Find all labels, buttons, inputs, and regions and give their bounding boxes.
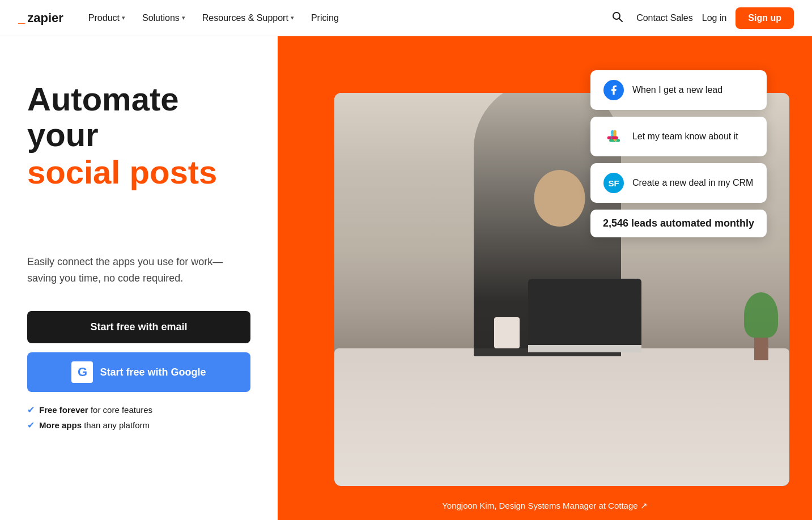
card-2-text: Let my team know about it	[632, 131, 738, 142]
chevron-down-icon: ▾	[122, 14, 125, 22]
check-icon: ✔	[27, 404, 35, 415]
navbar: _ zapier Product ▾ Solutions ▾ Resources…	[0, 0, 812, 36]
automation-card-1: When I get a new lead	[590, 70, 767, 110]
logo-mark: _	[18, 11, 25, 25]
svg-line-1	[619, 19, 622, 22]
facebook-icon	[603, 79, 624, 101]
nav-product[interactable]: Product ▾	[82, 8, 132, 28]
hero-right-panel: When I get a new lead Let	[278, 36, 812, 520]
perk-apps: ✔ More apps than any platform	[27, 420, 250, 431]
nav-solutions[interactable]: Solutions ▾	[135, 8, 192, 28]
nav-resources[interactable]: Resources & Support ▾	[195, 8, 301, 28]
search-button[interactable]	[607, 6, 627, 29]
logo[interactable]: _ zapier	[18, 11, 63, 25]
start-email-button[interactable]: Start free with email	[27, 311, 250, 343]
main-layout: Automate your social posts Easily connec…	[0, 36, 812, 520]
stats-card: 2,546 leads automated monthly	[590, 210, 767, 237]
nav-pricing[interactable]: Pricing	[304, 8, 346, 28]
stats-text: 2,546 leads automated monthly	[603, 218, 754, 229]
svg-text:SF: SF	[608, 178, 619, 188]
login-link[interactable]: Log in	[702, 13, 727, 23]
card-3-text: Create a new deal in my CRM	[632, 178, 753, 188]
check-icon: ✔	[27, 420, 35, 431]
nav-right: Contact Sales Log in Sign up	[607, 6, 794, 29]
search-icon	[611, 11, 623, 22]
card-1-text: When I get a new lead	[632, 85, 722, 95]
svg-point-0	[613, 12, 620, 19]
chevron-down-icon: ▾	[182, 14, 185, 22]
automation-card-2: Let my team know about it	[590, 117, 767, 156]
hero-subtext: Easily connect the apps you use for work…	[27, 254, 250, 287]
automation-cards: When I get a new lead Let	[590, 70, 767, 237]
logo-text: zapier	[27, 11, 63, 25]
start-google-button[interactable]: G Start free with Google	[27, 352, 250, 392]
chevron-down-icon: ▾	[291, 14, 294, 22]
perks-list: ✔ Free forever for core features ✔ More …	[27, 404, 250, 431]
hero-left-panel: Automate your social posts Easily connec…	[0, 36, 278, 520]
nav-links: Product ▾ Solutions ▾ Resources & Suppor…	[82, 8, 607, 28]
hero-heading: Automate your social posts	[27, 82, 250, 208]
google-icon: G	[71, 361, 93, 383]
automation-card-3: SF Create a new deal in my CRM	[590, 163, 767, 203]
caption-text: Yongjoon Kim, Design Systems Manager at …	[442, 501, 648, 510]
perk-free: ✔ Free forever for core features	[27, 404, 250, 415]
salesforce-icon: SF	[603, 172, 624, 194]
caption: Yongjoon Kim, Design Systems Manager at …	[278, 501, 812, 511]
slack-icon	[603, 126, 624, 147]
contact-sales-link[interactable]: Contact Sales	[636, 13, 693, 23]
signup-button[interactable]: Sign up	[736, 7, 794, 29]
